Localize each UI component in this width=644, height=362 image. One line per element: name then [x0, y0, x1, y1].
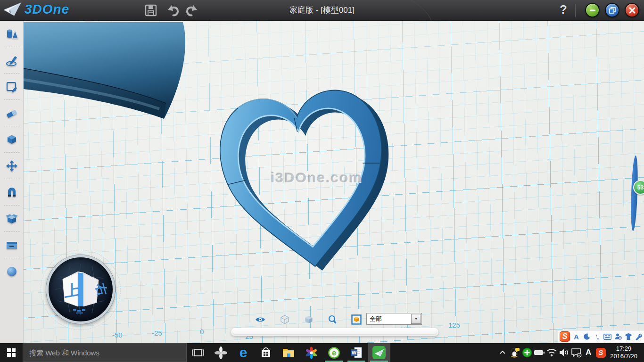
edge-icon: e [239, 346, 248, 360]
axis-label: 0 [200, 328, 204, 336]
visibility-button[interactable] [255, 314, 265, 325]
sidebar-item-special-edit[interactable] [0, 100, 24, 126]
punctuation-toggle[interactable]: ’, [593, 332, 601, 341]
titlebar-separator [575, 4, 576, 17]
redo-button[interactable] [185, 4, 199, 18]
sidebar-item-combine-shapes[interactable] [0, 206, 24, 232]
tray-wifi-icon[interactable] [546, 343, 557, 362]
app-logo-text: 3DOne [25, 2, 69, 17]
taskbar-app-file-explorer[interactable] [277, 343, 300, 362]
drawer-icon [5, 240, 18, 250]
tray-green-shield-icon[interactable] [521, 343, 533, 362]
partial-model-surface[interactable] [24, 22, 198, 140]
magnifier-icon [328, 314, 338, 325]
taskbar-app-word[interactable]: W [345, 343, 368, 362]
maximize-button[interactable] [605, 3, 619, 17]
tray-sogou-icon[interactable]: S [595, 343, 606, 362]
start-button[interactable] [0, 343, 23, 362]
move-arrows-icon [6, 160, 18, 172]
taskbar-search[interactable] [23, 343, 187, 362]
tray-chevron-up-icon[interactable] [497, 343, 508, 362]
sogou-input-toolbar: S A ’, 11 [558, 330, 644, 343]
maximize-icon [609, 7, 616, 14]
axis-label: 125 [448, 321, 460, 329]
save-icon [144, 4, 157, 17]
paper-plane-icon [3, 1, 22, 17]
task-view-button[interactable] [187, 343, 209, 362]
3d-viewport[interactable]: i3DOne.com 上 右 [24, 21, 644, 343]
shaded-display-button[interactable] [304, 314, 314, 325]
sidebar-item-sketch-draw[interactable] [0, 47, 24, 74]
sidebar-item-material-render[interactable] [0, 258, 24, 285]
taskbar-app-green-browser[interactable]: e [322, 343, 345, 362]
eye-icon [255, 314, 265, 325]
sidebar-item-sketch-surface[interactable] [0, 74, 24, 100]
user-badge-count: 11 [619, 337, 621, 339]
sidebar-item-move-transform[interactable] [0, 153, 24, 179]
timer-badge-value: 53 [637, 184, 644, 191]
app-logo: 3DOne [3, 1, 69, 17]
taskbar-app-edge[interactable]: e [232, 343, 255, 362]
wireframe-display-button[interactable] [280, 314, 290, 325]
wireframe-cube-icon [280, 314, 290, 325]
taskbar-app-pinwheel-color[interactable] [300, 343, 322, 362]
taskbar-app-3done[interactable] [368, 343, 390, 362]
magnet-icon [6, 186, 18, 198]
zoom-button[interactable] [328, 314, 338, 325]
close-icon [628, 7, 636, 14]
word-letter: W [352, 350, 357, 355]
sidebar-item-tools-drawer[interactable] [0, 232, 24, 258]
moon-icon[interactable] [583, 332, 591, 341]
taskbar-app-pinwheel-gray[interactable] [209, 343, 232, 362]
display-filter-value: 全部 [367, 315, 411, 323]
title-bar: 3DOne 家庭版 - [模型001] ? [0, 0, 644, 21]
horizontal-scrollbar[interactable] [231, 328, 438, 336]
gray-pinwheel-icon [215, 346, 227, 359]
sidebar-item-assembly-magnet[interactable] [0, 179, 24, 206]
primitives-icon [6, 28, 18, 40]
tray-action-center-icon[interactable] [570, 343, 582, 362]
soft-keyboard-icon[interactable] [603, 332, 611, 341]
save-button[interactable] [144, 4, 158, 18]
tray-volume-icon[interactable] [558, 343, 570, 362]
windows-logo-icon [7, 348, 16, 357]
3done-taskbar-icon [372, 346, 386, 360]
word-icon: W [350, 346, 363, 359]
capture-view-button[interactable] [351, 314, 362, 325]
heart-model[interactable] [208, 58, 396, 275]
tray-battery-icon[interactable] [534, 343, 545, 362]
system-tray: A S 17:29 2016/7/20 [497, 343, 644, 362]
view-cube[interactable]: 上 右 [46, 255, 115, 324]
axis-label: -50 [112, 331, 123, 339]
tray-qq-icon[interactable] [509, 343, 520, 362]
green-browser-icon: e [328, 346, 340, 359]
sketch-pen-icon [6, 54, 18, 66]
screen: 3DOne 家庭版 - [模型001] ? [0, 0, 644, 362]
help-button[interactable]: ? [556, 2, 570, 18]
user-badge-icon[interactable]: 11 [614, 332, 622, 341]
sidebar-item-feature-shape[interactable] [0, 126, 24, 153]
clock-date: 2016/7/20 [610, 353, 637, 360]
sidebar-item-solid-primitives[interactable] [0, 21, 24, 47]
axis-label: -25 [152, 329, 162, 337]
dropdown-arrow-button[interactable]: ▾ [411, 314, 421, 324]
chevron-down-icon: ▾ [415, 317, 417, 321]
green-browser-letter: e [331, 348, 336, 357]
taskbar-app-store[interactable] [255, 343, 277, 362]
minimize-button[interactable] [585, 3, 600, 17]
close-button[interactable] [625, 3, 639, 17]
sogou-logo[interactable]: S [560, 331, 570, 342]
skin-shirt-icon[interactable] [624, 332, 632, 341]
windows-taskbar: e [0, 343, 644, 362]
timer-badge[interactable]: 53 [633, 180, 644, 195]
view-cube-graphic: 上 右 [49, 257, 113, 321]
eraser-icon [5, 107, 18, 119]
search-input[interactable] [23, 343, 187, 362]
wrench-settings-icon[interactable] [635, 332, 643, 341]
tray-input-language-indicator[interactable]: A [583, 343, 594, 362]
undo-button[interactable] [166, 4, 180, 18]
display-filter-dropdown[interactable]: 全部 ▾ [366, 313, 422, 325]
taskbar-clock[interactable]: 17:29 2016/7/20 [607, 345, 641, 360]
input-mode-letter[interactable]: A [572, 332, 580, 341]
redo-icon [185, 4, 199, 18]
